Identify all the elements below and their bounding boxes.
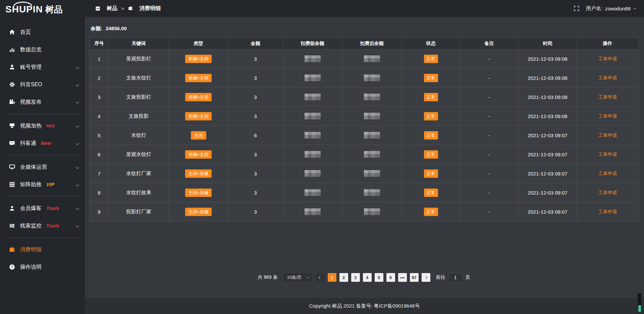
type-badge: 主词+后缀 — [185, 208, 212, 216]
column-header: 关键词 — [109, 38, 169, 49]
page-button-4[interactable]: 4 — [363, 273, 372, 282]
page-size-select[interactable]: 10条/页 — [283, 272, 313, 282]
chevron-down-icon — [76, 82, 78, 88]
cell-pre-balance — [283, 126, 342, 145]
cell-keyword: 文旅投影灯 — [109, 88, 169, 107]
page-buttons: 123456•••97 — [328, 273, 419, 282]
logo[interactable]: SHUPIN 树品 — [0, 0, 85, 19]
page-button-1[interactable]: 1 — [328, 273, 336, 282]
breadcrumb-separator: > — [121, 6, 124, 11]
sidebar-item-label: 首页 — [20, 29, 31, 36]
table-row: 4文旅投影前缀+主词3正常-2021-12-03 09:08工单申请 — [90, 107, 639, 126]
sidebar-item-matrix-boost[interactable]: 矩阵助推VIP — [0, 176, 85, 193]
page-button-2[interactable]: 2 — [339, 273, 348, 282]
balance: 余额: 24856.00 — [91, 25, 638, 32]
cell-keyword: 景观水纹灯 — [109, 145, 169, 164]
type-badge: 前缀+主词 — [185, 112, 212, 120]
cell-type: 前缀+主词 — [169, 145, 228, 164]
page-button-6[interactable]: 6 — [386, 273, 395, 282]
goto-page-input[interactable] — [448, 273, 463, 282]
goto-suffix: 页 — [466, 274, 470, 280]
sidebar-item-clue-monitor[interactable]: 线索监控Tools — [0, 217, 85, 234]
cell-action: 工单申请 — [577, 88, 639, 107]
work-order-link[interactable]: 工单申请 — [598, 152, 617, 157]
page-button-5[interactable]: 5 — [375, 273, 383, 282]
cell-amount: 3 — [228, 145, 283, 164]
status-badge: 正常 — [424, 112, 438, 120]
page-ellipsis-button[interactable]: ••• — [398, 273, 407, 282]
next-page-button[interactable] — [422, 273, 430, 282]
topbar-right: 用户名: zswodun88 — [574, 5, 635, 12]
sidebar-item-video-publish[interactable]: 视频发布 — [0, 93, 85, 111]
work-order-link[interactable]: 工单申请 — [598, 209, 617, 214]
chevron-down-icon — [76, 181, 78, 188]
cell-no: 7 — [90, 164, 109, 183]
sidebar-divider — [5, 155, 79, 155]
cell-amount: 3 — [228, 202, 283, 221]
work-order-link[interactable]: 工单申请 — [598, 190, 617, 195]
sidebar-item-media-ops[interactable]: 全媒体运营 — [0, 158, 85, 176]
breadcrumb-item-home[interactable]: 树品 — [96, 5, 117, 12]
sidebar-item-data-overview[interactable]: 数据总览 — [0, 41, 85, 58]
status-badge: 正常 — [424, 150, 438, 159]
work-order-link[interactable]: 工单申请 — [598, 113, 617, 119]
masked-balance — [305, 189, 321, 196]
sidebar-item-home[interactable]: 首页 — [0, 23, 85, 41]
user-dropdown[interactable]: 用户名: zswodun88 — [586, 5, 635, 12]
username-label: 用户名: — [586, 5, 602, 12]
type-badge: 主词+后缀 — [185, 189, 212, 197]
status-badge: 正常 — [424, 208, 438, 216]
sidebar-item-label: 消费明细 — [20, 246, 42, 253]
pagination-total: 共 969 条 — [258, 274, 277, 280]
work-order-link[interactable]: 工单申请 — [598, 133, 617, 138]
page-button-97[interactable]: 97 — [410, 273, 419, 282]
status-badge: 正常 — [424, 189, 438, 197]
page-button-3[interactable]: 3 — [351, 273, 360, 282]
gear-icon — [9, 82, 15, 88]
sidebar-divider — [5, 114, 79, 114]
chevron-down-icon — [76, 223, 78, 229]
cell-status: 正常 — [402, 164, 460, 183]
masked-balance — [364, 151, 380, 158]
cell-status: 正常 — [402, 183, 460, 202]
cell-status: 正常 — [402, 68, 460, 88]
mini-scrollbar[interactable] — [637, 293, 642, 313]
work-order-link[interactable]: 工单申请 — [598, 75, 617, 81]
sidebar-item-tag: New — [41, 141, 51, 146]
chevron-down-icon — [76, 164, 78, 170]
table-row: 8水纹灯效果主词+后缀3正常-2021-12-03 09:07工单申请 — [90, 183, 639, 202]
sidebar-item-label: 抖音SEO — [20, 81, 42, 88]
masked-balance — [305, 94, 321, 100]
work-order-link[interactable]: 工单申请 — [598, 94, 617, 100]
cell-type: 前缀+主词 — [169, 49, 228, 68]
cell-type: 前缀+主词 — [169, 88, 228, 107]
prev-page-button[interactable] — [316, 273, 325, 282]
sidebar-item-account-manage[interactable]: 账号管理 — [0, 58, 85, 76]
work-order-link[interactable]: 工单申请 — [598, 171, 617, 176]
fullscreen-button[interactable] — [574, 6, 579, 11]
cell-keyword: 水纹灯 — [109, 126, 169, 145]
cell-keyword: 文旅投影 — [109, 107, 169, 126]
sidebar-item-douyin-seo[interactable]: 抖音SEO — [0, 76, 85, 93]
cell-post-balance — [342, 202, 402, 221]
masked-balance — [364, 208, 380, 215]
sidebar-item-consume-detail[interactable]: 消费明细 — [0, 241, 85, 258]
cell-amount: 3 — [228, 68, 283, 88]
balance-value: 24856.00 — [106, 25, 127, 31]
sidebar-item-label: 操作说明 — [20, 264, 42, 271]
cell-no: 6 — [90, 145, 109, 164]
sidebar-item-video-heat[interactable]: 视频加热Hot — [0, 117, 85, 135]
breadcrumb: 树品 > 消费明细 — [96, 5, 161, 12]
chevron-down-icon — [76, 140, 78, 146]
sidebar-item-member-baoke[interactable]: 会员爆客Tools — [0, 200, 85, 217]
cell-remark: - — [460, 88, 519, 107]
sidebar-item-douketong[interactable]: 抖客通New — [0, 135, 85, 152]
type-badge: 前缀+主词 — [185, 55, 212, 63]
sidebar-item-help[interactable]: ?操作说明 — [0, 258, 85, 276]
work-order-link[interactable]: 工单申请 — [598, 56, 617, 61]
cell-type: 主词+后缀 — [169, 202, 228, 221]
copyright-text: Copyright 树品 2021 备案号: 粤ICP备09019646号 — [309, 303, 420, 309]
sidebar-item-label: 视频发布 — [20, 99, 42, 106]
sidebar-item-tag: Tools — [46, 206, 59, 211]
chevron-left-icon — [319, 276, 322, 279]
